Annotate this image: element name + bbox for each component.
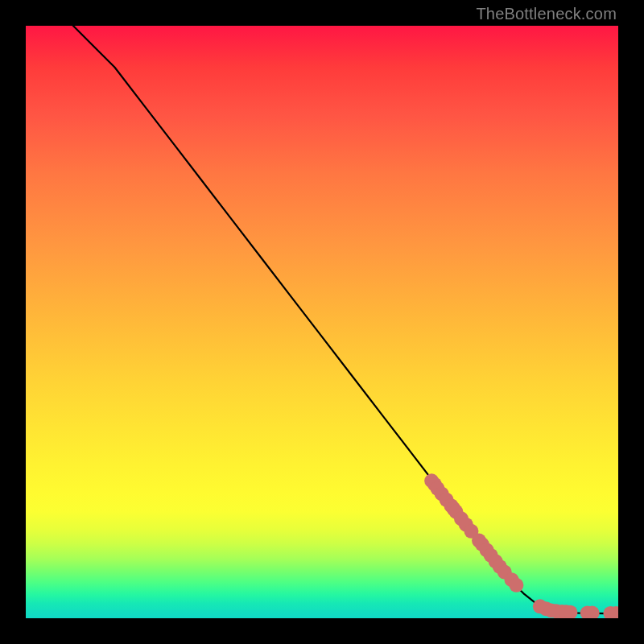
plot-area: [26, 26, 618, 618]
bottleneck-curve-path: [73, 26, 618, 613]
frame-left: [0, 0, 26, 644]
frame-bottom: [0, 618, 644, 644]
sample-point: [509, 578, 523, 592]
curve-layer: [26, 26, 618, 618]
bottleneck-chart: TheBottleneck.com: [0, 0, 644, 644]
watermark-text: TheBottleneck.com: [476, 5, 617, 23]
frame-right: [618, 0, 644, 644]
